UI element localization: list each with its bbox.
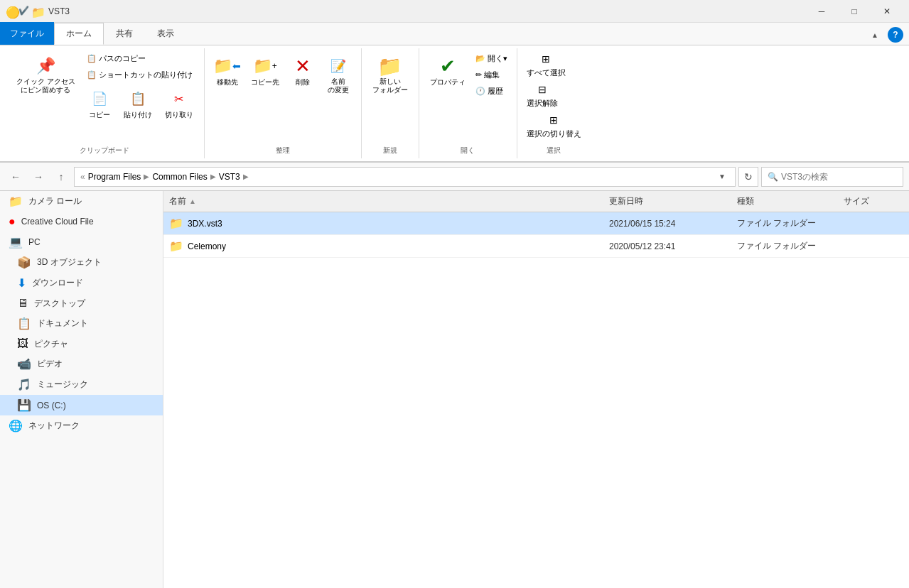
breadcrumb-program-files[interactable]: Program Files — [88, 172, 141, 182]
sidebar-label-creative-cloud: Creative Cloud File — [21, 217, 94, 227]
sidebar-label-network: ネットワーク — [28, 420, 80, 432]
file-date-1: 2021/06/15 15:24 — [603, 217, 731, 230]
copy-to-button[interactable]: 📁+ コピー先 — [246, 51, 284, 91]
ribbon: ファイル ホーム 共有 表示 ▲ ? 📌 クイック アクセスにピン留めする 📋 … — [0, 23, 909, 163]
sidebar-item-3d[interactable]: 📦 3D オブジェクト — [0, 252, 163, 273]
file-type-2: ファイル フォルダー — [731, 239, 838, 254]
sidebar: 📁 カメラ ロール ● Creative Cloud File 💻 PC 📦 3… — [0, 191, 163, 588]
window-title: VST3 — [48, 6, 70, 16]
sidebar-label-pc: PC — [28, 237, 41, 247]
sidebar-item-videos[interactable]: 📹 ビデオ — [0, 354, 163, 374]
file-date-2: 2020/05/12 23:41 — [603, 240, 731, 253]
search-input[interactable] — [781, 172, 897, 182]
paste-shortcut-button[interactable]: 📋 ショートカットの貼り付け — [83, 67, 198, 82]
sidebar-item-music[interactable]: 🎵 ミュージック — [0, 374, 163, 395]
sidebar-item-downloads[interactable]: ⬇ ダウンロード — [0, 273, 163, 293]
close-button[interactable]: ✕ — [871, 0, 903, 23]
sidebar-item-os-c[interactable]: 💾 OS (C:) — [0, 395, 163, 415]
rename-icon: 📝 — [327, 55, 350, 77]
cut-label: 切り取り — [165, 110, 193, 120]
col-type[interactable]: 種類 — [731, 194, 838, 209]
new-group-label: 新規 — [383, 143, 397, 156]
new-folder-button[interactable]: 📁 新しいフォルダー — [367, 51, 413, 98]
tab-view[interactable]: 表示 — [145, 23, 186, 45]
copy-path-icon: 📋 パスのコピー — [87, 53, 146, 64]
breadcrumb-common-files[interactable]: Common Files — [152, 172, 207, 182]
tab-share[interactable]: 共有 — [104, 23, 145, 45]
move-to-label: 移動先 — [217, 77, 238, 87]
col-date-label: 更新日時 — [609, 196, 643, 206]
breadcrumb-vst3[interactable]: VST3 — [219, 172, 240, 182]
back-button[interactable]: ← — [6, 167, 26, 187]
properties-button[interactable]: ✔ プロパティ — [425, 51, 470, 91]
col-date[interactable]: 更新日時 — [603, 194, 731, 209]
tab-file[interactable]: ファイル — [0, 22, 54, 45]
sidebar-item-pictures[interactable]: 🖼 ピクチャ — [0, 334, 163, 354]
select-all-button[interactable]: ⊞ すべて選択 — [523, 51, 569, 80]
sidebar-item-network[interactable]: 🌐 ネットワーク — [0, 415, 163, 436]
invert-select-button[interactable]: ⊞ 選択の切り替え — [523, 112, 585, 141]
col-size-label: サイズ — [844, 196, 869, 206]
3d-icon: 📦 — [17, 256, 31, 269]
refresh-button[interactable]: ↻ — [738, 167, 758, 187]
cut-button[interactable]: ✂ 切り取り — [160, 84, 198, 124]
file-size-1 — [838, 222, 909, 225]
ribbon-collapse-button[interactable]: ▲ — [865, 25, 885, 45]
organize-items: 📁⬅ 移動先 📁+ コピー先 ✕ 削除 📝 名前の変更 — [210, 51, 355, 143]
copy-icon: 📄 — [88, 87, 111, 110]
downloads-icon: ⬇ — [17, 276, 26, 290]
address-path[interactable]: « Program Files ▶ Common Files ▶ VST3 ▶ … — [74, 167, 736, 187]
ribbon-content: 📌 クイック アクセスにピン留めする 📋 パスのコピー 📋 ショートカットの貼り… — [0, 45, 909, 162]
os-c-icon: 💾 — [17, 398, 31, 412]
pin-icon: 📌 — [34, 55, 57, 77]
pictures-icon: 🖼 — [17, 337, 28, 350]
table-row[interactable]: 📁 Celemony 2020/05/12 23:41 ファイル フォルダー — [163, 235, 909, 258]
copy-button[interactable]: 📄 コピー — [83, 84, 116, 124]
minimize-button[interactable]: ─ — [805, 0, 838, 23]
new-folder-label: 新しいフォルダー — [372, 77, 408, 94]
pin-button[interactable]: 📌 クイック アクセスにピン留めする — [11, 51, 80, 98]
select-group-label: 選択 — [547, 143, 561, 156]
open-button[interactable]: 📂 開く▾ — [472, 51, 511, 66]
desktop-icon: 🖥 — [17, 297, 28, 310]
sidebar-item-pc[interactable]: 💻 PC — [0, 232, 163, 252]
edit-icon: ✏ 編集 — [475, 70, 500, 80]
tab-home[interactable]: ホーム — [54, 23, 104, 45]
col-name[interactable]: 名前 ▲ — [163, 194, 603, 209]
search-icon: 🔍 — [768, 172, 778, 182]
sidebar-item-camera-roll[interactable]: 📁 カメラ ロール — [0, 191, 163, 212]
paste-button[interactable]: 📋 貼り付け — [119, 84, 157, 124]
sidebar-item-creative-cloud[interactable]: ● Creative Cloud File — [0, 212, 163, 232]
ribbon-group-select: ⊞ すべて選択 ⊟ 選択解除 ⊞ 選択の切り替え 選択 — [517, 48, 591, 158]
sidebar-item-documents[interactable]: 📋 ドキュメント — [0, 313, 163, 334]
sidebar-item-desktop[interactable]: 🖥 デスクトップ — [0, 293, 163, 313]
maximize-button[interactable]: □ — [838, 0, 871, 23]
invert-select-label: 選択の切り替え — [527, 129, 581, 139]
breadcrumb-sep-2: ▶ — [210, 173, 216, 180]
edit-button[interactable]: ✏ 編集 — [472, 67, 511, 82]
forward-button[interactable]: → — [28, 167, 48, 187]
rename-button[interactable]: 📝 名前の変更 — [321, 51, 355, 98]
select-items: ⊞ すべて選択 ⊟ 選択解除 ⊞ 選択の切り替え — [523, 51, 585, 143]
file-type-1: ファイル フォルダー — [731, 216, 838, 231]
col-size[interactable]: サイズ — [838, 194, 909, 209]
address-dropdown-button[interactable]: ▼ — [715, 170, 729, 184]
window-controls: ─ □ ✕ — [805, 0, 903, 23]
delete-button[interactable]: ✕ 削除 — [286, 51, 320, 91]
help-button[interactable]: ? — [888, 27, 903, 43]
up-button[interactable]: ↑ — [51, 167, 71, 187]
deselect-button[interactable]: ⊟ 選択解除 — [523, 82, 561, 111]
table-row[interactable]: 📁 3DX.vst3 2021/06/15 15:24 ファイル フォルダー — [163, 212, 909, 235]
delete-icon: ✕ — [291, 55, 314, 77]
search-box: 🔍 — [761, 167, 903, 187]
copy-path-button[interactable]: 📋 パスのコピー — [83, 51, 198, 66]
file-name-cell-1: 📁 3DX.vst3 — [163, 215, 603, 232]
sidebar-label-os-c: OS (C:) — [37, 401, 66, 410]
history-button[interactable]: 🕐 履歴 — [472, 84, 511, 99]
move-to-icon: 📁⬅ — [216, 55, 239, 77]
file-name-1: 3DX.vst3 — [188, 219, 222, 229]
move-to-button[interactable]: 📁⬅ 移動先 — [210, 51, 244, 91]
deselect-label: 選択解除 — [527, 98, 558, 109]
cut-icon: ✂ — [168, 87, 190, 110]
folder-icon-2: 📁 — [169, 239, 183, 253]
